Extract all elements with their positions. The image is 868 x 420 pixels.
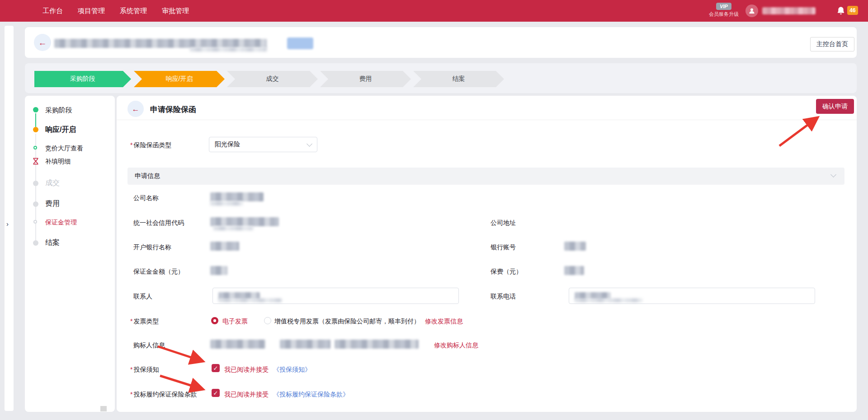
clause-agree-text: 我已阅读并接受 <box>224 391 269 399</box>
credit-code-label: 统一社会信用代码 <box>133 219 184 227</box>
timeline-connector-done <box>35 113 36 127</box>
notification-count-badge: 46 <box>847 6 858 15</box>
avatar[interactable] <box>745 5 758 17</box>
radio-einvoice-label[interactable]: 电子发票 <box>222 317 248 326</box>
modify-buyer-link[interactable]: 修改购标人信息 <box>434 341 478 350</box>
clause-doc-link[interactable]: 《投标履约保证保险条款》 <box>273 391 349 399</box>
invoice-type-label: *发票类型 <box>130 317 159 326</box>
timeline-dot-done <box>33 107 38 112</box>
timeline-dot-fees <box>33 201 38 207</box>
insurance-type-select[interactable]: 阳光保险 <box>209 137 317 152</box>
project-title-redacted <box>54 39 267 48</box>
step-deal[interactable]: 成交 <box>227 71 318 87</box>
deposit-amount-label: 保证金金额（元） <box>133 268 184 276</box>
company-address-label: 公司地址 <box>491 219 516 227</box>
bank-name-label: 开户银行名称 <box>133 243 171 252</box>
contact-value-redacted2 <box>218 299 282 302</box>
step-procurement[interactable]: 采购阶段 <box>34 71 131 87</box>
radio-einvoice[interactable] <box>211 317 218 324</box>
notice-label: *投保须知 <box>130 366 159 374</box>
top-navbar: 工作台 项目管理 系统管理 审批管理 VIP 会员服务升级 46 <box>0 0 868 22</box>
user-icon <box>748 7 756 15</box>
nav-item-workbench[interactable]: 工作台 <box>42 7 63 15</box>
required-asterisk: * <box>130 366 132 373</box>
buyer-info-label: 购标人信息 <box>133 341 165 350</box>
divider <box>117 120 857 120</box>
status-tag-redacted <box>287 37 313 49</box>
notification-bell-icon[interactable] <box>836 6 846 16</box>
contact-input[interactable] <box>212 288 459 304</box>
sidebar-item-response-open[interactable]: 响应/开启 <box>45 125 76 135</box>
application-info-section-header[interactable]: 申请信息 <box>127 168 844 185</box>
console-home-button[interactable]: 主控台首页 <box>810 37 854 51</box>
sidebar-item-bidding-hall[interactable]: 竞价大厅查看 <box>45 145 83 153</box>
stage-progress-bar: 采购阶段 响应/开启 成交 费用 结案 <box>25 63 857 93</box>
chevron-down-icon <box>830 172 836 177</box>
nav-item-project-mgmt[interactable]: 项目管理 <box>78 7 105 15</box>
company-name-redacted <box>210 192 264 201</box>
contact-label: 联系人 <box>133 293 152 301</box>
required-asterisk: * <box>130 391 132 398</box>
contact-phone-input[interactable] <box>569 288 815 304</box>
page-header-card: ← 主控台首页 <box>25 27 857 58</box>
step-fees[interactable]: 费用 <box>320 71 411 87</box>
bank-account-label: 银行账号 <box>491 243 516 252</box>
vip-caption: 会员服务升级 <box>704 11 743 18</box>
header-back-button[interactable]: ← <box>34 34 51 51</box>
step-closing[interactable]: 结案 <box>413 71 504 87</box>
notice-agree-text: 我已阅读并接受 <box>224 366 269 374</box>
radio-vat-invoice[interactable] <box>264 317 271 324</box>
insurance-application-panel: ← 申请保险保函 确认申请 *保险保函类型 阳光保险 申请信息 公司名称 统一社… <box>117 96 857 412</box>
notice-doc-link[interactable]: 《投保须知》 <box>273 366 311 374</box>
clause-label: *投标履约保证保险条款 <box>130 391 197 399</box>
timeline-dot-active <box>33 127 38 132</box>
premium-redacted <box>564 266 584 275</box>
expand-panel-icon[interactable]: › <box>6 220 9 228</box>
nav-item-system-mgmt[interactable]: 系统管理 <box>120 7 147 15</box>
confirm-apply-button[interactable]: 确认申请 <box>816 99 854 114</box>
vip-icon: VIP <box>716 3 731 10</box>
scrollbar-thumb[interactable] <box>100 406 107 411</box>
timeline-ring-bidding <box>33 146 37 149</box>
hourglass-icon <box>33 158 39 165</box>
nav-item-approval-mgmt[interactable]: 审批管理 <box>162 7 189 15</box>
back-arrow-icon: ← <box>132 105 140 113</box>
username-redacted <box>762 7 816 14</box>
sidebar-item-procurement[interactable]: 采购阶段 <box>45 106 72 115</box>
panel-collapse-strip: › <box>5 26 14 411</box>
sidebar-item-deposit-mgmt[interactable]: 保证金管理 <box>45 219 77 227</box>
bank-name-redacted <box>210 242 239 251</box>
page: 工作台 项目管理 系统管理 审批管理 VIP 会员服务升级 46 › ← 主控台… <box>0 0 868 420</box>
stage-sidebar: 采购阶段 响应/开启 竞价大厅查看 补填明细 成交 费用 保证金管理 结案 <box>25 96 115 412</box>
modify-invoice-link[interactable]: 修改发票信息 <box>425 317 463 326</box>
check-icon: ✓ <box>213 390 218 397</box>
radio-vat-invoice-label[interactable]: 增值税专用发票（发票由保险公司邮寄，顺丰到付） <box>274 317 420 326</box>
timeline-dot-closing <box>33 240 38 246</box>
buyer-id-redacted <box>335 340 419 349</box>
nav-menu: 工作台 项目管理 系统管理 审批管理 <box>42 0 189 22</box>
check-icon: ✓ <box>213 365 218 372</box>
timeline-connector <box>35 134 36 246</box>
vip-upgrade[interactable]: VIP 会员服务升级 <box>704 2 743 18</box>
timeline-ring-deposit <box>33 220 37 224</box>
notice-checkbox[interactable]: ✓ <box>212 364 220 372</box>
required-asterisk: * <box>130 141 132 149</box>
step-response-open[interactable]: 响应/开启 <box>134 71 225 87</box>
contact-phone-label: 联系电话 <box>491 293 516 301</box>
credit-code-redacted <box>210 217 279 226</box>
clause-checkbox[interactable]: ✓ <box>212 389 220 397</box>
section-title: 申请信息 <box>135 172 160 180</box>
sidebar-item-fees[interactable]: 费用 <box>45 199 60 209</box>
insurance-type-value: 阳光保险 <box>215 140 240 149</box>
credit-code-redacted2 <box>213 226 253 230</box>
insurance-type-label: *保险保函类型 <box>130 141 171 149</box>
sidebar-item-deal[interactable]: 成交 <box>45 178 60 188</box>
project-subtitle-redacted <box>190 47 267 51</box>
company-name-redacted2 <box>210 201 243 205</box>
sidebar-item-fill-details[interactable]: 补填明细 <box>45 158 71 166</box>
sidebar-item-closing[interactable]: 结案 <box>45 238 60 247</box>
form-back-button[interactable]: ← <box>127 101 144 117</box>
company-name-label: 公司名称 <box>133 194 159 202</box>
deposit-amount-redacted <box>210 266 227 275</box>
chevron-down-icon <box>307 141 312 147</box>
